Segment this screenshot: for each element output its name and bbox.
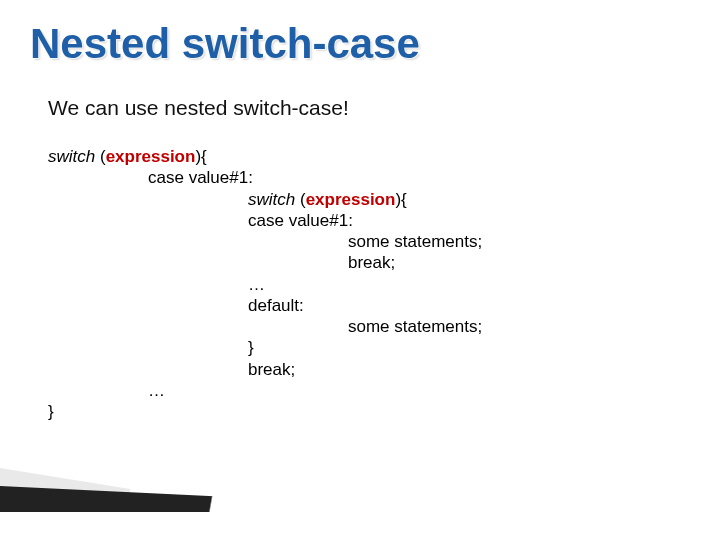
code-line: some statements;: [48, 231, 690, 252]
expression-token: expression: [306, 190, 396, 209]
code-line: switch (expression){: [48, 189, 690, 210]
code-line: }: [48, 401, 690, 422]
code-line: case value#1:: [48, 210, 690, 231]
paren-close: ){: [195, 147, 206, 166]
code-block: switch (expression){ case value#1: switc…: [48, 146, 690, 422]
expression-token: expression: [106, 147, 196, 166]
paren-open: (: [295, 190, 305, 209]
code-line: …: [48, 274, 690, 295]
code-line: default:: [48, 295, 690, 316]
paren-close: ){: [395, 190, 406, 209]
code-line: some statements;: [48, 316, 690, 337]
code-line: break;: [48, 359, 690, 380]
slide-title: Nested switch-case: [30, 20, 690, 68]
code-line: }: [48, 337, 690, 358]
code-line: break;: [48, 252, 690, 273]
intro-text: We can use nested switch-case!: [48, 96, 690, 120]
keyword-switch: switch: [48, 147, 95, 166]
code-line: case value#1:: [48, 167, 690, 188]
slide: Nested switch-case We can use nested swi…: [0, 0, 720, 540]
code-line: switch (expression){: [48, 146, 690, 167]
decorative-wedge-dark: [0, 486, 300, 512]
paren-open: (: [95, 147, 105, 166]
code-line: …: [48, 380, 690, 401]
keyword-switch: switch: [248, 190, 295, 209]
